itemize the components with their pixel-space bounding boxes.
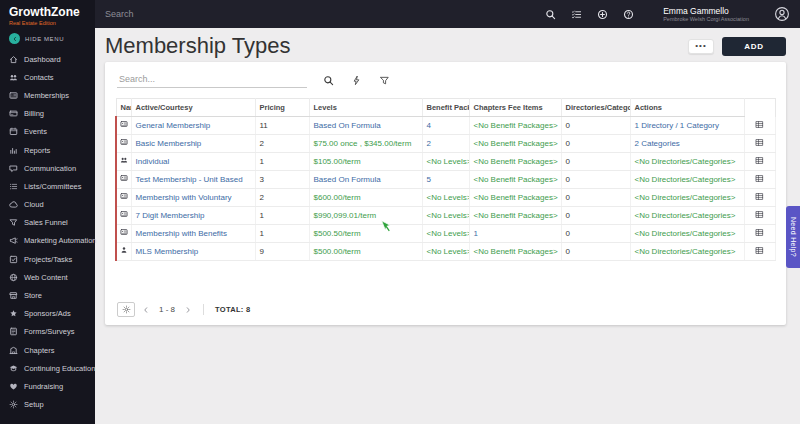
- levels-value: <No Levels>: [427, 157, 470, 166]
- table-cell: Based On Formula: [309, 170, 422, 188]
- sidebar-item-forms-surveys[interactable]: Forms/Surveys: [0, 323, 95, 341]
- benefit-packages-value[interactable]: 1: [474, 229, 478, 238]
- table-cell: 1: [255, 152, 309, 170]
- sidebar-item-label: Contacts: [24, 73, 54, 82]
- levels-value[interactable]: 5: [427, 175, 431, 184]
- sidebar-item-fundraising[interactable]: Fundraising: [0, 377, 95, 395]
- table-cell: 5: [422, 170, 469, 188]
- sidebar-item-sales-funnel[interactable]: Sales Funnel: [0, 214, 95, 232]
- filter-icon[interactable]: [379, 75, 390, 86]
- grid-icon[interactable]: [755, 228, 764, 237]
- table-cell: <No Directories/Categories>: [630, 188, 744, 206]
- previous-page-icon[interactable]: [142, 306, 150, 314]
- sidebar-item-billing[interactable]: Billing: [0, 105, 95, 123]
- table-cell: Membership with Benefits: [131, 224, 255, 242]
- table-cell: 1: [255, 206, 309, 224]
- table-cell: <No Benefit Packages>: [469, 188, 561, 206]
- membership-name-link[interactable]: MLS Membership: [136, 247, 199, 256]
- calendar-icon: [9, 127, 18, 136]
- sidebar-item-continuing-education[interactable]: Continuing Education: [0, 359, 95, 377]
- more-options-button[interactable]: •••: [688, 39, 714, 54]
- global-search-input[interactable]: [105, 9, 305, 19]
- membership-types-card: NameActive/CourtesyPricingLevelsBenefit …: [105, 62, 786, 325]
- add-button[interactable]: ADD: [722, 37, 786, 56]
- divider: [203, 304, 204, 315]
- sidebar-item-events[interactable]: Events: [0, 123, 95, 141]
- membership-name-link[interactable]: Membership with Benefits: [136, 229, 228, 238]
- avatar[interactable]: [774, 6, 790, 22]
- levels-value[interactable]: 4: [427, 121, 431, 130]
- directories-categories-value[interactable]: 1 Directory / 1 Category: [635, 121, 719, 130]
- page-title: Membership Types: [105, 33, 688, 59]
- grid-settings-button[interactable]: [117, 302, 135, 317]
- pricing-value[interactable]: Based On Formula: [314, 121, 381, 130]
- need-help-tab[interactable]: Need Help?: [786, 206, 800, 268]
- sidebar-item-setup[interactable]: Setup: [0, 396, 95, 414]
- active-courtesy-value: 9: [260, 247, 264, 256]
- sidebar-item-store[interactable]: Store: [0, 286, 95, 304]
- column-header-levels: Levels: [309, 99, 422, 117]
- membership-name-link[interactable]: Membership with Voluntary: [136, 193, 232, 202]
- grid-icon[interactable]: [755, 120, 764, 129]
- grid-icon[interactable]: [755, 138, 764, 147]
- column-header-benefit-packages: Benefit Packages: [422, 99, 469, 117]
- sidebar-item-projects-tasks[interactable]: Projects/Tasks: [0, 250, 95, 268]
- gear-icon: [122, 305, 131, 314]
- grid-icon[interactable]: [755, 192, 764, 201]
- quick-actions-icon[interactable]: [351, 75, 362, 86]
- levels-value[interactable]: 2: [427, 139, 431, 148]
- sidebar-item-cloud[interactable]: Cloud: [0, 196, 95, 214]
- chapters-fee-items-value: 0: [566, 193, 570, 202]
- checklist-icon[interactable]: [571, 9, 582, 20]
- pricing-value: $500.50/term: [314, 229, 361, 238]
- active-courtesy-value: 1: [260, 229, 264, 238]
- grid-icon[interactable]: [755, 246, 764, 255]
- table-cell: 11: [255, 117, 309, 135]
- directories-categories-value[interactable]: 2 Categories: [635, 139, 680, 148]
- directories-categories-value: <No Directories/Categories>: [635, 157, 736, 166]
- chapters-fee-items-value: 0: [566, 247, 570, 256]
- sidebar-item-contacts[interactable]: Contacts: [0, 68, 95, 86]
- sidebar-item-reports[interactable]: Reports: [0, 141, 95, 159]
- active-courtesy-value: 3: [260, 175, 264, 184]
- active-courtesy-value: 11: [260, 121, 268, 130]
- grid-icon[interactable]: [755, 156, 764, 165]
- sidebar-item-sponsors-ads[interactable]: Sponsors/Ads: [0, 305, 95, 323]
- membership-name-link[interactable]: Individual: [136, 157, 170, 166]
- badge-icon: [120, 210, 128, 218]
- sidebar-item-marketing-automation[interactable]: Marketing Automation: [0, 232, 95, 250]
- heart-icon: [9, 382, 18, 391]
- table-cell: <No Benefit Packages>: [469, 170, 561, 188]
- help-circle-icon[interactable]: [623, 9, 634, 20]
- table-row: 7 Digit Membership1$990,099.01/term<No L…: [116, 206, 776, 224]
- column-header-pricing: Pricing: [255, 99, 309, 117]
- search-icon[interactable]: [545, 9, 556, 20]
- membership-name-link[interactable]: General Membership: [136, 121, 211, 130]
- grid-icon[interactable]: [755, 174, 764, 183]
- chat-icon: [9, 164, 18, 173]
- membership-name-link[interactable]: Test Membership - Unit Based: [136, 175, 243, 184]
- hide-menu-button[interactable]: HIDE MENU: [0, 29, 95, 50]
- sidebar-item-web-content[interactable]: Web Content: [0, 268, 95, 286]
- table-cell: 1: [469, 224, 561, 242]
- sidebar-item-communication[interactable]: Communication: [0, 159, 95, 177]
- sidebar-item-memberships[interactable]: Memberships: [0, 86, 95, 104]
- pricing-value[interactable]: Based On Formula: [314, 175, 381, 184]
- membership-name-link[interactable]: 7 Digit Membership: [136, 211, 205, 220]
- sidebar-item-lists-committees[interactable]: Lists/Committees: [0, 177, 95, 195]
- table-search-input[interactable]: [117, 72, 307, 88]
- next-page-icon[interactable]: [184, 306, 192, 314]
- sidebar-item-label: Sales Funnel: [24, 218, 68, 227]
- membership-name-link[interactable]: Basic Membership: [136, 139, 202, 148]
- row-actions-cell: [744, 206, 776, 224]
- table-cell: <No Benefit Packages>: [469, 117, 561, 135]
- add-circle-icon[interactable]: [597, 9, 608, 20]
- sidebar-item-chapters[interactable]: Chapters: [0, 341, 95, 359]
- levels-value: <No Levels>: [427, 211, 470, 220]
- table-cell: <No Levels>: [422, 188, 469, 206]
- search-icon[interactable]: [323, 75, 334, 86]
- grid-icon[interactable]: [755, 210, 764, 219]
- user-menu[interactable]: Emma Gammello Pembroke Welsh Corgi Assoc…: [663, 6, 749, 23]
- column-header-name: Name: [116, 99, 131, 117]
- sidebar-item-dashboard[interactable]: Dashboard: [0, 50, 95, 68]
